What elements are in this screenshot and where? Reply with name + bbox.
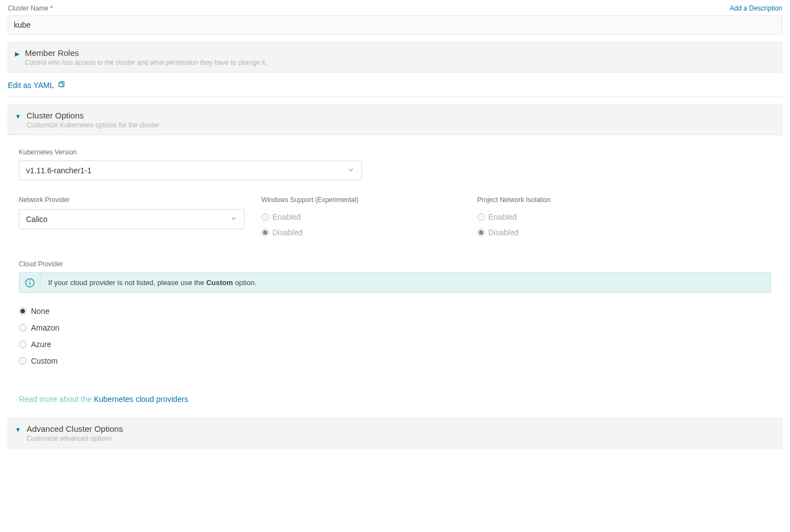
cloud-provider-custom-option[interactable]: Custom — [19, 353, 771, 369]
cloud-provider-info-text: If your cloud provider is not listed, pl… — [40, 273, 264, 292]
member-roles-title: Member Roles — [25, 48, 267, 58]
windows-support-col: Windows Support (Experimental) Enabled D… — [261, 196, 461, 240]
k8s-version-label: Kubernetes Version — [19, 148, 771, 156]
cloud-provider-amazon-label: Amazon — [31, 323, 59, 332]
advanced-cluster-options-section[interactable]: ▼ Advanced Cluster Options Customize adv… — [8, 418, 782, 448]
advanced-options-title: Advanced Cluster Options — [27, 424, 123, 433]
member-roles-section[interactable]: ▶ Member Roles Control who has access to… — [8, 42, 782, 73]
edit-as-yaml-link[interactable]: Edit as YAML — [8, 80, 65, 90]
network-provider-label: Network Provider — [19, 196, 245, 204]
cloud-provider-none-label: None — [31, 307, 49, 316]
cloud-provider-custom-label: Custom — [31, 357, 58, 365]
cluster-name-input[interactable] — [8, 16, 782, 34]
cloud-provider-amazon-option[interactable]: Amazon — [19, 319, 771, 336]
chevron-down-icon: ▼ — [15, 426, 21, 433]
cluster-options-subtitle: Customize Kubernetes options for the clu… — [27, 121, 159, 129]
windows-support-disabled-label: Disabled — [272, 228, 302, 237]
windows-support-enabled-option: Enabled — [261, 209, 461, 225]
required-star-icon: * — [50, 4, 53, 12]
cloud-provider-azure-label: Azure — [31, 340, 51, 349]
network-provider-select[interactable]: Calico — [19, 209, 245, 229]
radio-icon — [19, 357, 27, 365]
cluster-name-label-row: Cluster Name * Add a Description — [8, 4, 782, 12]
cluster-name-label: Cluster Name * — [8, 4, 53, 12]
svg-rect-4 — [29, 280, 30, 281]
cluster-options-section[interactable]: ▼ Cluster Options Customize Kubernetes o… — [8, 105, 782, 135]
project-isolation-disabled-label: Disabled — [488, 228, 518, 237]
windows-support-enabled-label: Enabled — [272, 213, 301, 221]
radio-icon — [19, 324, 27, 332]
member-roles-subtitle: Control who has access to the cluster an… — [25, 59, 267, 66]
cloud-provider-none-option[interactable]: None — [19, 303, 771, 319]
radio-icon — [19, 340, 27, 348]
radio-checked-icon — [19, 307, 27, 315]
chevron-down-icon — [347, 166, 355, 175]
clipboard-icon — [58, 80, 65, 90]
cluster-options-body: Kubernetes Version v1.11.6-rancher1-1 Ne… — [8, 135, 782, 408]
chevron-down-icon: ▼ — [15, 113, 21, 120]
k8s-version-select[interactable]: v1.11.6-rancher1-1 — [19, 161, 362, 180]
project-isolation-enabled-option: Enabled — [477, 209, 677, 225]
radio-icon — [261, 213, 269, 221]
windows-support-disabled-option: Disabled — [261, 225, 461, 240]
radio-icon — [477, 213, 485, 221]
cloud-provider-label: Cloud Provider — [19, 260, 771, 268]
radio-checked-icon — [261, 229, 269, 236]
chevron-down-icon — [230, 215, 237, 224]
chevron-right-icon: ▶ — [15, 50, 19, 58]
info-icon — [19, 273, 40, 292]
network-provider-col: Network Provider Calico — [19, 196, 245, 240]
network-provider-value: Calico — [26, 215, 48, 224]
read-more-prefix: Read more about the — [19, 395, 94, 404]
cloud-provider-read-more: Read more about the Kubernetes cloud pro… — [19, 395, 771, 404]
kubernetes-cloud-providers-link[interactable]: Kubernetes cloud providers — [94, 395, 188, 404]
cluster-options-title: Cluster Options — [27, 111, 159, 120]
windows-support-label: Windows Support (Experimental) — [261, 196, 461, 204]
svg-rect-1 — [59, 83, 63, 87]
project-isolation-label: Project Network Isolation — [477, 196, 677, 204]
svg-rect-3 — [29, 282, 30, 285]
advanced-options-subtitle: Customize advanced options — [27, 435, 123, 442]
k8s-version-value: v1.11.6-rancher1-1 — [26, 166, 91, 175]
add-description-link[interactable]: Add a Description — [730, 4, 782, 12]
project-isolation-disabled-option: Disabled — [477, 225, 677, 240]
cloud-provider-info-banner: If your cloud provider is not listed, pl… — [19, 272, 771, 293]
project-isolation-enabled-label: Enabled — [488, 213, 517, 221]
cloud-provider-azure-option[interactable]: Azure — [19, 336, 771, 353]
project-isolation-col: Project Network Isolation Enabled Disabl… — [477, 196, 677, 240]
radio-checked-icon — [477, 229, 485, 236]
